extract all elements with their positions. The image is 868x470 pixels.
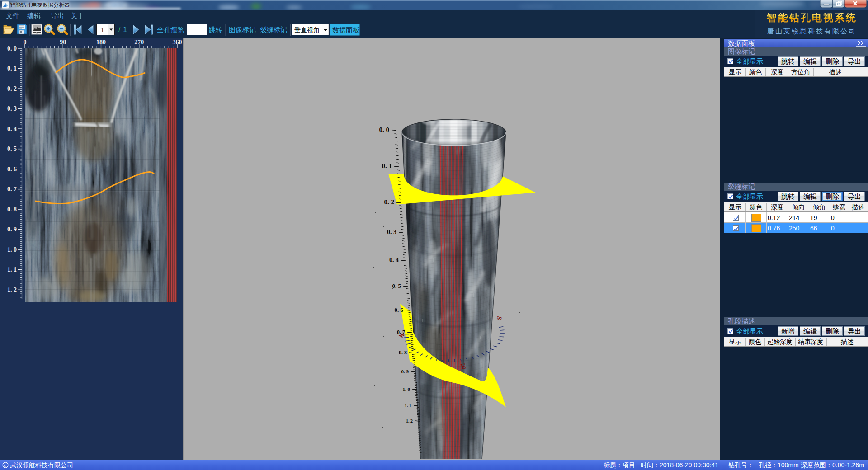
svg-text:0. 5: 0. 5 bbox=[7, 146, 17, 152]
svg-text:180: 180 bbox=[96, 39, 106, 46]
svg-text:1. 0: 1. 0 bbox=[7, 246, 17, 253]
svg-text:1. 0: 1. 0 bbox=[403, 386, 410, 392]
svg-text:/: / bbox=[118, 26, 121, 33]
svg-text:0. 4: 0. 4 bbox=[7, 126, 17, 132]
svg-text:0. 8: 0. 8 bbox=[399, 349, 407, 356]
svg-text:1. 2: 1. 2 bbox=[7, 287, 17, 293]
svg-text:0. 1: 0. 1 bbox=[382, 162, 392, 169]
svg-text:0. 0: 0. 0 bbox=[7, 45, 17, 52]
svg-text:0. 9: 0. 9 bbox=[401, 369, 409, 374]
svg-text:360: 360 bbox=[173, 39, 182, 46]
svg-text:垂直视角: 垂直视角 bbox=[294, 26, 320, 33]
svg-text:0: 0 bbox=[24, 39, 27, 46]
svg-text:0. 7: 0. 7 bbox=[7, 186, 17, 193]
svg-text:1. 2: 1. 2 bbox=[406, 418, 413, 423]
svg-text:1. 1: 1. 1 bbox=[7, 266, 17, 273]
svg-text:全孔预览: 全孔预览 bbox=[157, 26, 184, 33]
svg-text:裂缝标记: 裂缝标记 bbox=[260, 26, 287, 33]
svg-text:图像标记: 图像标记 bbox=[229, 26, 256, 33]
svg-text:90: 90 bbox=[60, 39, 66, 46]
svg-text:0. 2: 0. 2 bbox=[7, 85, 17, 92]
svg-text:数据面板: 数据面板 bbox=[332, 26, 359, 34]
svg-text:0. 4: 0. 4 bbox=[389, 257, 399, 263]
svg-text:1: 1 bbox=[123, 26, 127, 33]
svg-text:0. 3: 0. 3 bbox=[387, 229, 396, 235]
svg-text:0. 3: 0. 3 bbox=[7, 105, 17, 112]
svg-text:0. 5: 0. 5 bbox=[392, 282, 401, 289]
svg-text:0. 2: 0. 2 bbox=[384, 198, 395, 206]
svg-text:1: 1 bbox=[100, 26, 104, 33]
svg-text:0. 6: 0. 6 bbox=[395, 306, 404, 313]
svg-text:0. 0: 0. 0 bbox=[379, 126, 390, 133]
svg-text:1. 1: 1. 1 bbox=[405, 403, 411, 408]
svg-text:270: 270 bbox=[134, 39, 144, 46]
svg-text:跳转: 跳转 bbox=[209, 26, 222, 33]
svg-text:0. 8: 0. 8 bbox=[7, 206, 17, 213]
svg-text:0. 7: 0. 7 bbox=[397, 329, 405, 335]
svg-text:0. 6: 0. 6 bbox=[7, 166, 17, 173]
svg-text:0. 1: 0. 1 bbox=[7, 65, 17, 72]
svg-text:c: c bbox=[4, 463, 6, 468]
svg-text:0. 9: 0. 9 bbox=[7, 226, 17, 233]
